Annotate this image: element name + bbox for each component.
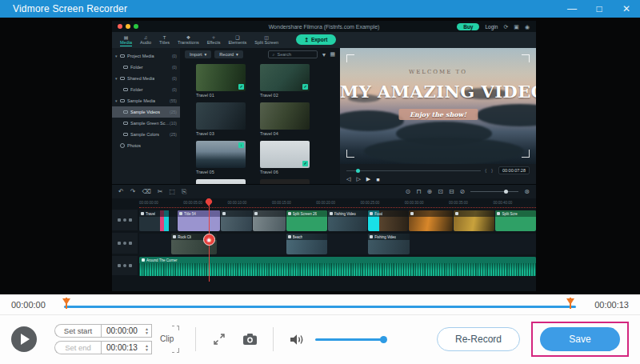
set-end-button[interactable]: Set end [54, 341, 101, 354]
transport-icon: ▷ [356, 176, 360, 182]
eye-icon [123, 218, 126, 222]
recorder-control-panel: 00:00:00 00:00:13 Set start 00:00:00 ▲▼ [0, 294, 640, 364]
search-placeholder: Search [278, 52, 291, 57]
ruler-timestamp: 00:00:25:00 [360, 201, 404, 205]
folder-icon [120, 77, 125, 81]
scrubber-track[interactable] [64, 306, 576, 308]
speaker-icon [289, 333, 305, 346]
timeline-toolbar: ↶ ↷ ⌫ ✂ ⬚ ⎘ ⊙ ⊓ ⊕ ⊡ ⊟ ⊘ ⊛ [112, 184, 536, 198]
filter-icon: ▼ [321, 52, 326, 58]
clock-icon: ⊘ [460, 189, 466, 195]
stepper-icons[interactable]: ▲▼ [145, 327, 149, 335]
timeline-clip: Beach [286, 234, 327, 254]
export-label: Export [311, 37, 328, 42]
window-title: Vidmore Screen Recorder [0, 3, 127, 14]
sidebar-item: Sample Green Scre... (10) [112, 118, 180, 129]
filmora-tab: ❑ Elements [228, 35, 246, 48]
tab-label: Titles [159, 40, 170, 46]
folder-icon [123, 66, 128, 70]
folder-icon [123, 110, 128, 114]
grid-view-icon: ▦ [330, 51, 335, 58]
fullscreen-button[interactable] [210, 330, 228, 348]
sidebar-item-label: Folder [130, 65, 143, 70]
selection-corner-icon [346, 150, 354, 158]
set-start-row: Set start 00:00:00 ▲▼ [54, 324, 152, 338]
stepper-icons[interactable]: ▲▼ [145, 344, 149, 352]
tab-label: Split Screen [254, 40, 278, 46]
share-icon: ⎘ [182, 189, 186, 195]
tab-label: Transitions [178, 40, 199, 46]
fullscreen-icon [212, 332, 226, 346]
video-track-1: Travel Title 54 [139, 210, 536, 231]
timeline-zoom-slider [470, 191, 518, 192]
end-time-input[interactable]: 00:00:13 ▲▼ [101, 341, 152, 354]
clip-indicator: Clip [160, 326, 181, 353]
clip-label: Clip [160, 334, 174, 343]
media-item: ✓ Travel 02 [260, 64, 310, 99]
volume-handle[interactable] [380, 336, 387, 343]
filmora-tab: T Titles [159, 35, 170, 48]
item-count: (0) [172, 76, 177, 81]
item-count: (25) [170, 110, 177, 114]
login-link: Login [485, 24, 498, 30]
filmora-tab-strip: ▤ Media ♫ Audio T Titles [112, 32, 536, 48]
media-thumbnail [196, 102, 246, 130]
trim-scrubber[interactable] [64, 298, 576, 311]
save-highlight-box: Save [531, 322, 629, 357]
volume-button[interactable] [288, 330, 306, 348]
redo-icon: ↷ [130, 189, 136, 195]
save-button[interactable]: Save [540, 327, 620, 351]
mixer-icon: ⊓ [416, 189, 421, 195]
set-end-row: Set end 00:00:13 ▲▼ [54, 341, 152, 354]
media-item-label: Travel 01 [196, 91, 246, 99]
clip-label: Fishing Video [374, 235, 396, 239]
recording-preview-area: Wondershare Filmora (Fistnfs.com Example… [0, 18, 640, 294]
sidebar-item: ▾ Shared Media (0) [112, 73, 180, 84]
rerecord-button[interactable]: Re-Record [437, 327, 520, 351]
ruler-timestamp: 00:00:30:00 [405, 201, 449, 205]
filmora-media-sidebar: ▾ Project Media (0) Folder (0) [112, 48, 180, 184]
item-count: (0) [172, 65, 177, 70]
window-controls: — □ ✕ [558, 0, 640, 18]
set-start-button[interactable]: Set start [54, 324, 101, 338]
sidebar-item-label: Sample Videos [130, 110, 160, 114]
sidebar-item-label: Photos [127, 143, 141, 148]
timeline-clip: Title 54 [178, 210, 220, 231]
buy-button: Buy [457, 23, 479, 30]
clip-label: Rock Cli [178, 235, 191, 239]
ruler-timestamp: 00:00:10:00 [228, 201, 272, 205]
volume-slider[interactable] [315, 338, 384, 341]
clip-label: Food [374, 212, 382, 216]
ruler-timestamp: 00:00:00:00 [139, 201, 183, 205]
cut-icon: ✂ [158, 189, 163, 195]
trim-start-handle[interactable] [62, 298, 70, 305]
play-button[interactable] [11, 326, 37, 352]
close-button[interactable]: ✕ [613, 0, 640, 18]
render-icon: ⊟ [449, 189, 454, 195]
minimize-button[interactable]: — [558, 0, 586, 18]
layout-icon: ▣ [514, 24, 519, 30]
sync-icon: ⟳ [503, 24, 508, 30]
media-thumbnail [260, 179, 310, 184]
trim-end-handle[interactable] [566, 298, 574, 305]
ruler-timestamp: 00:00:40:00 [493, 201, 536, 205]
video-track-2: Rock Cli Beach Fishing Video [139, 234, 536, 254]
media-item: ✓ Travel 01 [196, 64, 246, 99]
screenshot-button[interactable] [241, 330, 258, 348]
folder-icon [123, 122, 128, 126]
download-badge-icon: ↓ [238, 142, 244, 148]
start-time-label: 00:00:00 [11, 300, 56, 310]
start-time-input[interactable]: 00:00:00 ▲▼ [101, 324, 152, 338]
sidebar-item: ▾ Sample Media (55) [112, 95, 180, 106]
timeline-clip [221, 210, 253, 231]
video-welcome-text: WELCOME TO [340, 69, 536, 75]
tab-label: Effects [207, 40, 221, 46]
filmora-title-bar: Wondershare Filmora (Fistnfs.com Example… [112, 21, 536, 32]
media-thumbnail: ✓ [196, 64, 246, 91]
mark-in-out-icons: { } [485, 168, 494, 173]
maximize-button[interactable]: □ [586, 0, 613, 18]
ruler-timestamp: 00:00:20:00 [316, 201, 360, 205]
timeline-clip: Fishing Video [328, 210, 368, 231]
transport-icon: ◁ [346, 176, 350, 182]
clip-label: Beach [293, 235, 303, 239]
